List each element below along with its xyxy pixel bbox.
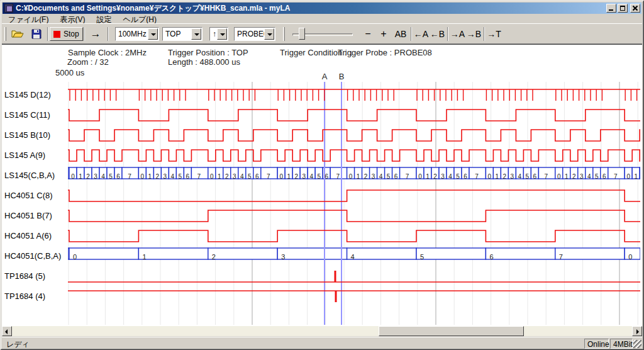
toolbar-gripper[interactable]	[4, 27, 6, 41]
goto-b-right-button[interactable]: →B	[466, 27, 482, 41]
maximize-button[interactable]	[618, 4, 628, 13]
zoom-slider[interactable]	[291, 27, 354, 41]
svg-text:1: 1	[496, 173, 499, 180]
zoom-out-button[interactable]: −	[361, 27, 375, 41]
scroll-right-button[interactable]	[632, 326, 642, 336]
svg-text:0: 0	[418, 173, 422, 180]
svg-text:5: 5	[317, 173, 321, 180]
trigger-position-value: TOP	[165, 30, 180, 38]
ab-button[interactable]: AB	[392, 27, 409, 41]
wave-ls145-b-10	[68, 130, 640, 141]
svg-text:2: 2	[572, 173, 576, 180]
minimize-button[interactable]	[606, 4, 616, 13]
svg-text:7: 7	[267, 173, 270, 180]
svg-text:2: 2	[156, 173, 160, 180]
dropdown-arrow-icon[interactable]	[217, 28, 227, 40]
svg-text:3: 3	[94, 173, 97, 180]
open-file-button[interactable]	[9, 26, 26, 42]
svg-text:3: 3	[164, 173, 167, 180]
goto-trigger-button[interactable]: →T	[486, 27, 502, 41]
save-file-button[interactable]	[28, 26, 45, 42]
trigger-probe-select[interactable]: PROBE00	[234, 27, 275, 41]
svg-text:2: 2	[433, 173, 437, 180]
app-window: C:¥Documents and Settings¥noname¥デスクトップ¥…	[0, 0, 644, 350]
toolbar-separator	[108, 27, 109, 41]
scroll-left-button[interactable]	[2, 326, 12, 336]
svg-text:7: 7	[406, 173, 409, 180]
svg-text:6: 6	[602, 173, 606, 180]
trigger-position-select[interactable]: TOP	[162, 27, 203, 41]
trigger-edge-value: ↑	[213, 30, 216, 38]
horizontal-scrollbar[interactable]	[2, 326, 642, 336]
svg-text:0: 0	[349, 173, 353, 180]
resize-grip[interactable]	[633, 340, 641, 348]
scrollbar-thumb[interactable]	[379, 326, 524, 336]
floppy-disk-icon	[31, 29, 42, 39]
svg-text:3: 3	[233, 173, 236, 180]
svg-text:1: 1	[357, 173, 360, 180]
waveform-client-area[interactable]: Sample Clock : 2MHz Zoom : / 32 Trigger …	[2, 44, 642, 326]
window-title: C:¥Documents and Settings¥noname¥デスクトップ¥…	[16, 3, 605, 14]
svg-text:7: 7	[614, 173, 618, 180]
svg-text:4: 4	[240, 173, 244, 180]
dropdown-arrow-icon[interactable]	[264, 28, 274, 40]
svg-text:7: 7	[475, 173, 479, 180]
wave-hc4051-a-6	[68, 230, 640, 242]
svg-text:4: 4	[518, 173, 522, 180]
svg-text:6: 6	[394, 173, 398, 180]
svg-text:6: 6	[255, 173, 259, 180]
svg-text:7: 7	[559, 253, 563, 261]
stop-square-icon	[53, 31, 60, 38]
svg-text:5: 5	[456, 173, 460, 180]
close-button[interactable]	[630, 4, 640, 13]
svg-text:1: 1	[634, 173, 638, 180]
goto-a-left-button[interactable]: ←A	[413, 27, 429, 41]
wave-ls145-a-9	[68, 150, 640, 161]
svg-text:0: 0	[210, 173, 214, 180]
goto-b-left-button[interactable]: ←B	[430, 27, 445, 41]
toolbar: Stop → 100MHz TOP ↑ PROBE00 − + AB	[2, 23, 642, 44]
status-online: Online	[584, 339, 609, 349]
svg-text:5: 5	[109, 173, 113, 180]
svg-text:1: 1	[79, 173, 82, 180]
svg-text:6: 6	[533, 173, 537, 180]
bus-cells	[68, 167, 640, 259]
dropdown-arrow-icon[interactable]	[191, 28, 201, 40]
digital-waveforms	[68, 89, 640, 302]
open-folder-icon	[11, 29, 24, 39]
svg-text:0: 0	[557, 173, 561, 180]
dropdown-arrow-icon[interactable]	[148, 28, 158, 40]
svg-text:1: 1	[565, 173, 569, 180]
svg-text:1: 1	[218, 173, 221, 180]
status-ready-text: レディ	[6, 339, 30, 350]
svg-text:0: 0	[626, 173, 630, 180]
waveform-view[interactable]: 0123456701234567012345670123456701234567…	[2, 45, 642, 326]
svg-text:5: 5	[420, 253, 424, 261]
goto-a-right-button[interactable]: →A	[450, 27, 465, 41]
stop-label: Stop	[64, 30, 79, 38]
svg-text:2: 2	[294, 173, 298, 180]
slider-thumb[interactable]	[299, 28, 305, 40]
toolbar-gripper[interactable]	[283, 27, 285, 41]
sample-clock-value: 100MHz	[118, 30, 147, 38]
svg-text:0: 0	[488, 173, 492, 180]
svg-text:0: 0	[141, 173, 145, 180]
svg-text:4: 4	[351, 253, 355, 261]
sample-clock-select[interactable]: 100MHz	[115, 27, 159, 41]
trigger-edge-select[interactable]: ↑	[209, 27, 228, 41]
svg-text:5: 5	[179, 173, 182, 180]
app-icon[interactable]	[4, 4, 13, 13]
bus-values: 0123456701234567012345670123456701234567…	[71, 173, 638, 261]
svg-text:2: 2	[225, 173, 229, 180]
toolbar-separator	[484, 27, 485, 41]
wave-ls145-c-11	[68, 110, 640, 121]
svg-text:7: 7	[545, 173, 548, 180]
svg-text:3: 3	[372, 173, 375, 180]
stop-button[interactable]: Stop	[50, 27, 83, 41]
run-button[interactable]: →	[86, 27, 105, 41]
svg-text:7: 7	[128, 173, 131, 180]
svg-text:7: 7	[336, 173, 340, 180]
zoom-in-button[interactable]: +	[377, 27, 391, 41]
svg-text:B: B	[339, 72, 345, 81]
svg-text:0: 0	[628, 253, 632, 261]
